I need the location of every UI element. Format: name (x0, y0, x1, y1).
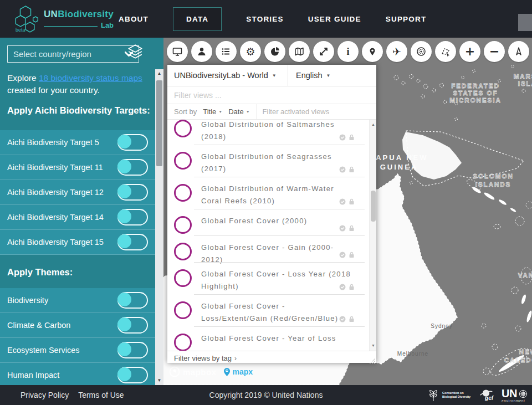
map-label-micronesia: FEDERATED (451, 83, 499, 89)
filter-views-row (167, 86, 376, 104)
gef-logo: gef (479, 389, 493, 401)
view-item[interactable]: Global Forest Cover - Gain (2000-2012) (167, 236, 369, 263)
views-list-scrollbar[interactable]: ▲ ▼ (369, 120, 376, 351)
filter-views-input[interactable] (167, 86, 376, 104)
scroll-up-arrow[interactable]: ▲ (155, 69, 163, 78)
view-item[interactable]: Global Distribution of Seagrasses (2017) (167, 145, 369, 177)
pie-chart-icon (269, 46, 280, 57)
mapx-logo-link[interactable]: mapx (223, 367, 253, 377)
story-map-button[interactable] (289, 41, 310, 62)
dashboard-button[interactable] (264, 41, 285, 62)
toggle-target-11[interactable] (117, 159, 148, 176)
draw-button[interactable] (435, 41, 456, 62)
view-item[interactable]: Global Forest Cover (2000) (167, 209, 369, 236)
view-radio[interactable] (174, 184, 192, 202)
compass-button[interactable] (508, 41, 529, 62)
toggle-target-12[interactable] (117, 184, 148, 201)
scrollbar-thumb[interactable] (371, 191, 376, 222)
tools-button[interactable]: ⚙ (240, 41, 261, 62)
toggle-target-14[interactable] (117, 209, 148, 225)
nav-item-support[interactable]: SUPPORT (386, 15, 427, 23)
check-circle-icon (339, 166, 346, 173)
terms-of-use-link[interactable]: Terms of Use (78, 391, 124, 399)
screen-mode-button[interactable] (167, 41, 188, 62)
fly-to-button[interactable]: ✈ (386, 41, 407, 62)
nav-item-data[interactable]: DATA (173, 7, 222, 31)
views-panel: UNBiodiversityLab - World ▼ English ▼ So… (167, 65, 376, 363)
view-radio[interactable] (174, 152, 192, 170)
toggle-theme-human-impact[interactable] (117, 367, 148, 383)
svg-text:GUINEA: GUINEA (380, 163, 418, 171)
language-select[interactable]: English ▼ (288, 71, 330, 80)
view-item[interactable]: Global Forest Cover - Loss Year (2018 Hi… (167, 263, 369, 295)
view-radio[interactable] (174, 120, 192, 137)
biodiversity-status-maps-link[interactable]: 18 biodiversity status maps (39, 73, 142, 83)
view-radio[interactable] (174, 334, 192, 351)
layers-toggle-button[interactable] (127, 44, 145, 60)
views-list: Global Distribution of Saltmarshes (2018… (167, 120, 376, 351)
geolocate-button[interactable] (411, 41, 432, 62)
minus-icon: − (489, 45, 499, 58)
aichi-targets-header: Apply Aichi Biodiversity Targets: (7, 105, 150, 116)
view-item[interactable]: Global Forest Cover - Loss/Extent/Gain (… (167, 295, 369, 327)
fullscreen-button[interactable] (313, 41, 334, 62)
desktop-icon (172, 46, 183, 57)
zoom-out-button[interactable]: − (484, 41, 505, 62)
themes-list: Biodiversity Climate & Carbon Ecosystem … (0, 288, 155, 385)
sort-title-button[interactable]: Title▼ (203, 107, 222, 116)
expand-arrows-icon (318, 46, 329, 57)
toggle-theme-biodiversity[interactable] (117, 292, 148, 309)
zoom-in-button[interactable]: + (459, 41, 480, 62)
country-region-select[interactable]: Select country/region (7, 45, 139, 63)
list-icon (221, 46, 232, 57)
layers-icon (127, 44, 144, 59)
user-account-button[interactable] (191, 41, 212, 62)
filter-by-tag-button[interactable]: Filter views by tag › (167, 351, 376, 365)
locate-button[interactable] (362, 41, 383, 62)
view-item[interactable]: Global Forest Cover - Year of Loss (167, 327, 369, 351)
toggle-theme-climate-carbon[interactable] (117, 317, 148, 334)
view-item[interactable]: Global Distribution of Saltmarshes (2018… (167, 120, 369, 145)
svg-text:MICRONESIA: MICRONESIA (449, 97, 501, 104)
lock-icon (349, 252, 355, 258)
unbiodiversity-logo[interactable]: UNBiodiversity Lab beta (14, 4, 114, 34)
map-canvas[interactable]: PAPUA NEW GUINEA FEDERATED STATES OF MIC… (163, 38, 532, 385)
info-button[interactable]: i (337, 41, 359, 62)
svg-text:ISLANDS: ISLANDS (518, 80, 532, 87)
scroll-down-arrow[interactable]: ▼ (155, 376, 163, 385)
toggle-target-5[interactable] (117, 134, 148, 151)
map-label-solomon: SOLOMON (473, 173, 513, 180)
scrollbar-thumb[interactable] (156, 80, 162, 166)
scroll-down-arrow[interactable]: ▼ (370, 342, 376, 350)
project-select[interactable]: UNBiodiversityLab - World ▼ (167, 65, 288, 86)
filter-activated-views-input[interactable] (257, 107, 376, 116)
un-emblem-icon (519, 389, 528, 398)
privacy-policy-link[interactable]: Privacy Policy (21, 391, 69, 399)
plus-icon: + (465, 45, 475, 58)
nav-item-about[interactable]: ABOUT (119, 15, 149, 23)
sidebar-scrollbar[interactable]: ▲ ▼ (155, 69, 163, 385)
view-radio[interactable] (174, 216, 192, 234)
view-item[interactable]: Global Distribution of Warm-Water Coral … (167, 177, 369, 209)
nav-item-stories[interactable]: STORIES (246, 15, 283, 23)
sort-date-button[interactable]: Date▼ (228, 107, 249, 116)
check-circle-icon (339, 252, 346, 258)
svg-text:STATES OF: STATES OF (453, 90, 498, 96)
toggle-theme-ecosystem-services[interactable] (117, 342, 148, 358)
panel-resize-handle[interactable] (369, 358, 375, 364)
beta-badge: beta (16, 27, 25, 33)
mapbox-logo-link[interactable]: mapbox (169, 366, 217, 377)
check-circle-icon (339, 316, 346, 322)
view-radio[interactable] (174, 269, 192, 287)
scroll-up-arrow[interactable]: ▲ (370, 121, 376, 129)
sort-by-label: Sort by (174, 107, 197, 116)
toggle-target-15[interactable] (117, 234, 148, 250)
nav-item-user-guide[interactable]: USER GUIDE (308, 15, 361, 23)
target-row: Aichi Biodiversity Target 12 (0, 180, 155, 205)
view-radio[interactable] (174, 301, 192, 319)
view-radio[interactable] (174, 243, 192, 260)
nav-overflow-button[interactable] (518, 14, 532, 31)
caret-down-icon: ▼ (272, 73, 277, 78)
sort-row: Sort by Title▼ Date▼ (167, 104, 376, 120)
views-list-button[interactable] (216, 41, 237, 62)
